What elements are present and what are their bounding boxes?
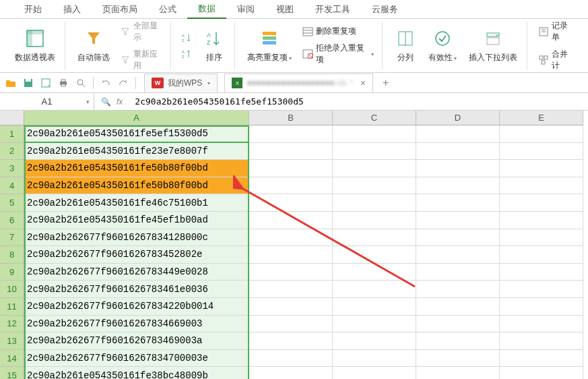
row-header[interactable]: 10 [0,281,24,298]
remove-dup-button[interactable]: 删除重复项 [300,24,377,38]
cell[interactable] [500,160,583,177]
cell[interactable] [500,264,583,281]
text-to-cols-button[interactable]: 分列 [391,25,420,66]
cell[interactable] [333,332,416,350]
row-header[interactable]: 7 [0,229,24,247]
tab-devtools[interactable]: 开发工具 [304,0,361,19]
cell[interactable] [249,125,333,143]
zoom-icon[interactable]: 🔍 [101,97,111,107]
tab-review[interactable]: 审阅 [226,0,265,19]
formula-input[interactable] [129,93,588,110]
cell[interactable] [333,177,416,195]
tab-cloud[interactable]: 云服务 [361,0,409,19]
cell[interactable]: 2c90a2b262677f96016267834700003e [24,350,249,368]
row-header[interactable]: 8 [0,246,24,264]
cell[interactable] [333,143,416,161]
cell[interactable] [500,332,583,350]
cell[interactable]: 2c90a2b262677f9601626783452802e [24,246,249,264]
cell[interactable]: 2c90a2b262677f9601626783461e0036 [24,281,249,298]
validation-button[interactable]: 有效性▾ [424,25,461,66]
cell[interactable] [500,212,583,229]
cell[interactable] [500,229,583,247]
cell[interactable] [416,194,500,212]
fx-button[interactable]: fx [117,97,123,107]
cell[interactable]: 2c90a2b261e054350161fe23e7e8007f [24,143,249,161]
cell[interactable] [500,125,583,143]
cell[interactable]: 2c90a2b261e054350161fe38bc48009b [24,367,249,379]
cell[interactable]: 2c90a2b262677f96016267834669003 [24,316,249,333]
row-header[interactable]: 11 [0,298,24,316]
cell[interactable] [500,316,583,333]
name-box[interactable]: A1 ▾ [0,93,94,110]
sort-button[interactable]: AZ 排序 [199,25,229,66]
tab-formula[interactable]: 公式 [148,0,187,19]
cell[interactable] [333,367,416,379]
row-header[interactable]: 5 [0,194,24,212]
cell[interactable] [333,350,416,368]
cell[interactable] [333,264,416,281]
cell[interactable] [500,177,583,195]
add-tab-button[interactable]: + [377,77,394,89]
record-button[interactable]: 记录单 [535,19,577,45]
cell[interactable] [249,229,333,247]
consolidate-button[interactable]: 合并计 [535,47,577,73]
cell[interactable] [249,281,333,298]
row-header[interactable]: 6 [0,212,24,229]
col-header-B[interactable]: B [249,111,333,125]
row-header[interactable]: 2 [0,143,24,161]
cell[interactable] [249,194,333,212]
print-button[interactable] [57,76,70,90]
dropdown-button[interactable]: 插入下拉列表 [465,25,521,66]
open-button[interactable] [4,76,18,90]
row-header[interactable]: 15 [0,367,24,379]
cell[interactable]: 2c90a2b261e054350161fe50b80f00bd [24,160,249,177]
cell[interactable] [333,246,416,264]
cell[interactable] [333,194,416,212]
cell[interactable] [333,125,416,143]
row-header[interactable]: 12 [0,316,24,333]
print-preview-button[interactable] [74,76,88,90]
tab-insert[interactable]: 插入 [53,0,92,19]
saveas-button[interactable] [39,76,53,90]
cell[interactable]: 2c90a2b261e054350161fe5ef15300d5 [24,125,249,143]
cell[interactable]: 2c90a2b262677f9601626783469003a [24,332,249,350]
cell[interactable] [249,367,333,379]
cell[interactable] [249,264,333,281]
sort-asc-button[interactable]: AZ [179,31,195,45]
redo-button[interactable] [117,76,130,90]
cell[interactable] [416,298,500,316]
cell[interactable]: 2c90a2b262677f9601626783449e0028 [24,264,249,281]
cell[interactable]: 2c90a2b262677f96016267834220b0014 [24,298,249,316]
cell[interactable] [249,246,333,264]
cell[interactable] [333,229,416,247]
row-header[interactable]: 4 [0,177,24,195]
reject-dup-button[interactable]: 拒绝录入重复项▾ [300,41,377,67]
col-header-E[interactable]: E [500,111,583,125]
cell[interactable] [500,350,583,368]
cell[interactable] [416,212,500,229]
select-all-corner[interactable] [0,111,24,125]
undo-button[interactable] [99,76,112,90]
cell[interactable] [416,316,500,333]
cell[interactable]: 2c90a2b261e054350161fe50b80f00bd [24,177,249,195]
showall-button[interactable]: 全部显示 [118,19,165,45]
doc-tab-file[interactable]: X ■■■■■■■■■■■■■■■■■■.xls * × [224,74,373,92]
cell[interactable] [416,177,500,195]
cell[interactable]: 2c90a2b261e054350161fe46c75100b1 [24,194,249,212]
col-header-C[interactable]: C [333,111,416,125]
row-header[interactable]: 3 [0,160,24,177]
pivot-table-button[interactable]: 数据透视表 [11,25,59,66]
cell[interactable] [416,332,500,350]
cell[interactable] [416,367,500,379]
cell[interactable] [500,281,583,298]
cell[interactable] [249,177,333,195]
tab-layout[interactable]: 页面布局 [92,0,148,19]
cell[interactable] [500,246,583,264]
cell[interactable]: 2c90a2b261e054350161fe45ef1b00ad [24,212,249,229]
cell[interactable] [249,332,333,350]
cell[interactable] [333,281,416,298]
cell[interactable] [416,229,500,247]
sort-desc-button[interactable]: AZ [179,47,195,61]
cell[interactable] [500,298,583,316]
cell[interactable] [249,143,333,161]
